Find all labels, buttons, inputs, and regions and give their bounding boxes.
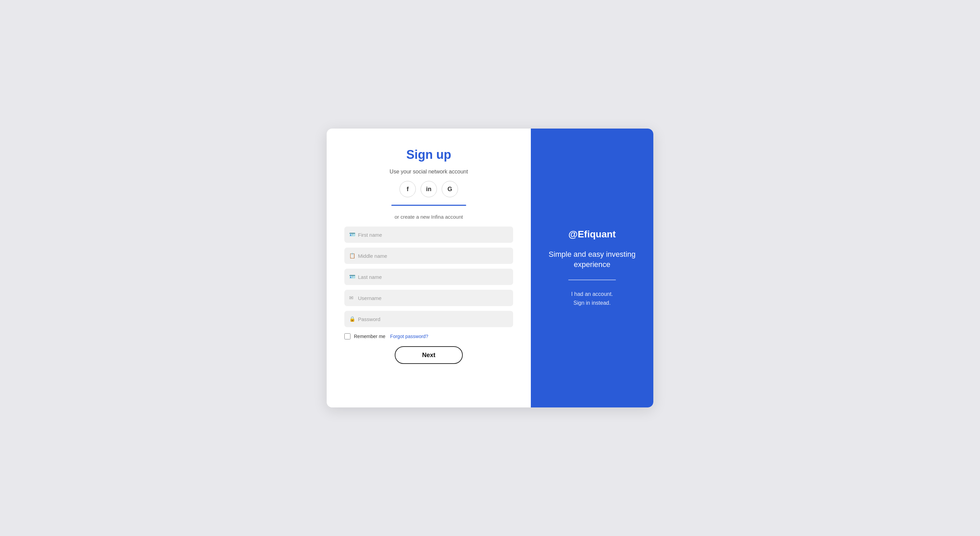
divider [391, 205, 466, 206]
social-buttons-group: f in G [399, 181, 458, 197]
middle-name-input[interactable] [344, 247, 513, 264]
remember-row: Remember me Forgot password? [344, 333, 513, 339]
right-divider [568, 279, 616, 280]
facebook-button[interactable]: f [399, 181, 416, 197]
form-fields: 🪪 📋 🪪 ✉ 🔒 [344, 227, 513, 327]
last-name-input[interactable] [344, 269, 513, 285]
middle-name-wrapper: 📋 [344, 247, 513, 264]
signin-line1: I had an account. [571, 291, 613, 297]
forgot-password-link[interactable]: Forgot password? [390, 334, 428, 339]
signin-line2[interactable]: Sign in instead. [573, 300, 611, 306]
last-name-icon: 🪪 [349, 274, 356, 280]
social-label: Use your social network account [390, 169, 468, 175]
remember-checkbox[interactable] [344, 333, 350, 339]
brand-handle: @Efiquant [568, 229, 616, 240]
middle-name-icon: 📋 [349, 253, 356, 259]
username-icon: ✉ [349, 295, 353, 301]
linkedin-button[interactable]: in [421, 181, 437, 197]
brand-tagline: Simple and easy investing experience [543, 249, 641, 270]
remember-label: Remember me [354, 334, 385, 339]
signup-card: Sign up Use your social network account … [327, 128, 653, 408]
first-name-icon: 🪪 [349, 232, 356, 238]
password-wrapper: 🔒 [344, 311, 513, 327]
right-panel: @Efiquant Simple and easy investing expe… [531, 128, 653, 408]
first-name-input[interactable] [344, 227, 513, 243]
last-name-wrapper: 🪪 [344, 269, 513, 285]
page-title: Sign up [406, 147, 451, 162]
left-panel: Sign up Use your social network account … [327, 128, 531, 408]
password-input[interactable] [344, 311, 513, 327]
signin-text: I had an account. Sign in instead. [571, 290, 613, 307]
next-button[interactable]: Next [395, 346, 463, 364]
username-input[interactable] [344, 290, 513, 306]
google-button[interactable]: G [442, 181, 458, 197]
password-icon: 🔒 [349, 316, 356, 322]
or-label: or create a new Infina account [395, 214, 463, 220]
username-wrapper: ✉ [344, 290, 513, 306]
first-name-wrapper: 🪪 [344, 227, 513, 243]
